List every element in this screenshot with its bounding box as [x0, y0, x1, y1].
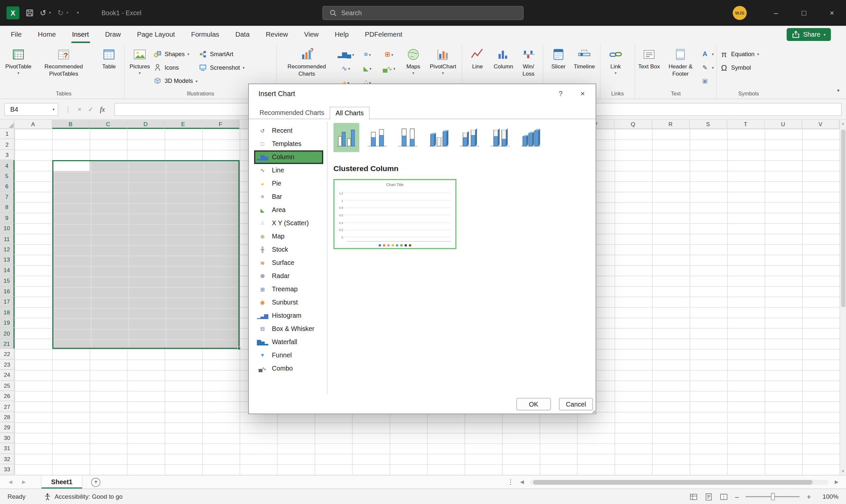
next-sheet-icon[interactable]: ▶: [22, 479, 26, 485]
icons-button[interactable]: Icons: [153, 62, 198, 73]
cancel-button[interactable]: Cancel: [559, 398, 593, 411]
page-break-view-button[interactable]: [720, 492, 728, 500]
row-header[interactable]: 16: [0, 286, 15, 296]
collapse-ribbon-chevron-icon[interactable]: ▾: [837, 88, 840, 93]
chart-type-item[interactable]: ▄∿ Combo: [254, 362, 323, 375]
chart-type-item[interactable]: ⊕ Map: [254, 230, 323, 243]
menu-tab[interactable]: Review: [265, 26, 289, 43]
avatar[interactable]: WJS: [733, 6, 746, 20]
dialog-tab[interactable]: All Charts: [330, 107, 370, 120]
column-header[interactable]: R: [652, 120, 689, 129]
maps-button[interactable]: Maps ▾: [401, 44, 426, 75]
minimize-button[interactable]: –: [762, 0, 790, 26]
table-button[interactable]: Table: [96, 44, 121, 70]
pivotchart-button[interactable]: PivotChart ▾: [427, 44, 459, 75]
row-header[interactable]: 10: [0, 223, 15, 234]
screenshot-button[interactable]: Screenshot ▾: [199, 62, 245, 73]
subtype-100-stacked-column[interactable]: [395, 123, 421, 152]
column-header[interactable]: D: [127, 120, 164, 129]
menu-tab[interactable]: Draw: [104, 26, 122, 43]
close-button[interactable]: ×: [818, 0, 846, 26]
row-header[interactable]: 30: [0, 433, 15, 444]
object-button[interactable]: ▣: [701, 76, 714, 87]
name-box[interactable]: B4 ▾: [4, 103, 58, 116]
timeline-button[interactable]: Timeline: [572, 44, 597, 70]
subtype-3d-stacked-column[interactable]: [456, 123, 482, 152]
row-header[interactable]: 27: [0, 401, 15, 412]
column-header[interactable]: A: [15, 120, 52, 129]
column-header[interactable]: F: [202, 120, 239, 129]
menu-tab[interactable]: Home: [37, 26, 57, 43]
vertical-scrollbar[interactable]: ▲ ▼: [840, 120, 846, 475]
row-header[interactable]: 20: [0, 328, 15, 339]
save-button[interactable]: [26, 9, 33, 17]
row-header[interactable]: 6: [0, 181, 15, 192]
sheet-tab-sheet1[interactable]: Sheet1: [41, 475, 83, 488]
row-header[interactable]: 24: [0, 370, 15, 380]
zoom-in-button[interactable]: +: [807, 492, 811, 500]
column-header[interactable]: U: [764, 120, 802, 129]
active-cell[interactable]: [53, 162, 90, 171]
insert-hierarchy-chart-button[interactable]: ⊞▾: [378, 48, 400, 61]
wordart-button[interactable]: A ▾: [701, 49, 714, 59]
row-header[interactable]: 32: [0, 454, 15, 464]
chart-type-item[interactable]: ≡ Bar: [254, 190, 323, 203]
insert-line-chart-button[interactable]: ∿▾: [335, 61, 356, 75]
name-box-drag-icon[interactable]: ⋮: [65, 106, 71, 113]
row-header[interactable]: 1: [0, 129, 15, 139]
chart-type-item[interactable]: ◕ Pie: [254, 177, 323, 190]
row-header[interactable]: 3: [0, 150, 15, 161]
scroll-down-icon[interactable]: ▼: [841, 468, 845, 475]
row-header[interactable]: 19: [0, 318, 15, 328]
subtype-3d-clustered-column[interactable]: [426, 123, 452, 152]
row-header[interactable]: 9: [0, 213, 15, 223]
search-input[interactable]: Search: [322, 6, 524, 20]
menu-tab[interactable]: File: [10, 26, 22, 43]
chart-type-item[interactable]: ▼ Funnel: [254, 349, 323, 362]
sparkline-winloss-button[interactable]: Win/ Loss: [517, 44, 540, 77]
chart-type-item[interactable]: ⊟ Box & Whisker: [254, 322, 323, 336]
sparkline-line-button[interactable]: Line: [465, 44, 490, 70]
insert-combo-chart-button[interactable]: ▄∿▾: [378, 61, 400, 75]
row-header[interactable]: 11: [0, 234, 15, 245]
zoom-level[interactable]: 100%: [818, 493, 839, 500]
selection-range[interactable]: [52, 160, 240, 349]
menu-tab[interactable]: Insert: [71, 26, 90, 43]
row-header[interactable]: 29: [0, 422, 15, 433]
cancel-entry-icon[interactable]: ×: [78, 106, 81, 113]
link-button[interactable]: Link ▾: [603, 44, 628, 75]
chart-type-item[interactable]: ╫ Stock: [254, 243, 323, 256]
excel-logo-icon[interactable]: X: [6, 6, 19, 19]
subtype-stacked-column[interactable]: [364, 123, 390, 152]
share-button[interactable]: Share ▾: [787, 28, 831, 41]
row-header[interactable]: 25: [0, 380, 15, 391]
row-header[interactable]: 5: [0, 171, 15, 181]
dialog-tab[interactable]: Recommended Charts: [254, 107, 330, 120]
fill-handle[interactable]: [237, 347, 241, 350]
insert-function-button[interactable]: fx: [100, 105, 105, 114]
tab-bar-kebab-icon[interactable]: ⋮: [507, 478, 514, 486]
zoom-slider[interactable]: [746, 496, 800, 497]
enter-entry-icon[interactable]: ✓: [88, 106, 93, 113]
text-box-button[interactable]: Text Box: [638, 44, 660, 70]
row-header[interactable]: 4: [0, 160, 15, 171]
chart-type-item[interactable]: ◉ Sunburst: [254, 296, 323, 309]
chart-type-item[interactable]: ▁▃▆ Histogram: [254, 309, 323, 322]
scroll-up-icon[interactable]: ▲: [841, 120, 845, 127]
chart-type-item[interactable]: ◣ Area: [254, 203, 323, 217]
normal-view-button[interactable]: [690, 492, 698, 500]
column-header[interactable]: T: [727, 120, 764, 129]
subtype-3d-column[interactable]: [518, 123, 544, 152]
slicer-button[interactable]: Slicer: [546, 44, 571, 70]
select-all-corner[interactable]: [0, 120, 15, 129]
hscroll-right-icon[interactable]: ▶: [835, 479, 839, 485]
menu-tab[interactable]: Help: [334, 26, 350, 43]
3d-models-button[interactable]: 3D Models ▾: [153, 76, 198, 87]
row-header[interactable]: 26: [0, 391, 15, 402]
menu-tab[interactable]: View: [303, 26, 320, 43]
column-header[interactable]: V: [802, 120, 840, 129]
page-layout-view-button[interactable]: [705, 492, 713, 500]
insert-bar-chart-button[interactable]: ≡▾: [356, 48, 378, 61]
subtype-3d-100-stacked-column[interactable]: [487, 123, 513, 152]
menu-tab[interactable]: Page Layout: [136, 26, 176, 43]
